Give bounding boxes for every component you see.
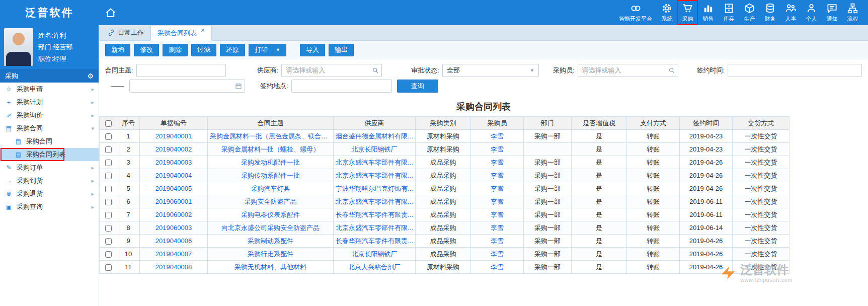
cell-link[interactable]: 北京永盛汽车零部件有限... <box>336 172 413 179</box>
cell-link[interactable]: 2019040007 <box>155 250 192 258</box>
column-header[interactable]: 序号 <box>117 117 140 130</box>
restore-button[interactable]: 还原 <box>220 44 245 56</box>
cell-link[interactable]: 北京永盛汽车零部件有限... <box>336 224 413 232</box>
sign-time-input[interactable] <box>728 64 862 77</box>
column-header[interactable]: 单据编号 <box>140 117 208 130</box>
cell-link[interactable]: 2019040003 <box>155 159 192 166</box>
cell-link[interactable]: 采购发动机配件一批 <box>241 159 300 166</box>
row-checkbox[interactable] <box>105 251 112 258</box>
cell-link[interactable]: 采购传动系配件一批 <box>241 172 300 179</box>
row-checkbox[interactable] <box>105 212 112 218</box>
module-inventory[interactable]: 库存 <box>719 0 739 25</box>
column-header[interactable]: 支付方式 <box>627 117 680 130</box>
export-button[interactable]: 输出 <box>329 44 354 56</box>
row-checkbox[interactable] <box>105 173 112 179</box>
cell-link[interactable]: 李雪 <box>491 159 504 166</box>
cell-link[interactable]: 2019040005 <box>155 185 192 192</box>
query-button[interactable]: 查询 <box>397 80 438 93</box>
cell-link[interactable]: 采购无机材料、其他材料 <box>234 263 306 271</box>
module-purchase[interactable]: 采购 <box>677 0 698 25</box>
sidebar-item-purchase-arrival[interactable]: →采购到货▸ <box>0 174 99 187</box>
module-notice[interactable]: 通知 <box>822 0 842 25</box>
cell-link[interactable]: 北京大兴粘合剂厂 <box>348 263 401 271</box>
cell-link[interactable]: 李雪 <box>491 198 504 205</box>
cell-link[interactable]: 宁波华翔哈尔巴克灯饰有... <box>336 185 413 192</box>
cell-link[interactable]: 采购金属材料一批（螺栓、螺母） <box>221 145 320 153</box>
module-hr[interactable]: 人事 <box>780 0 801 25</box>
module-sales[interactable]: 销售 <box>698 0 719 25</box>
cell-link[interactable]: 北京长阳钢铁厂 <box>352 250 398 258</box>
edit-button[interactable]: 修改 <box>134 44 159 56</box>
cell-link[interactable]: 采购制动系配件 <box>248 237 293 245</box>
cell-link[interactable]: 李雪 <box>491 172 504 179</box>
column-header[interactable]: 供应商 <box>334 117 416 130</box>
cell-link[interactable]: 2019040001 <box>155 132 192 140</box>
cell-link[interactable]: 采购行走系配件 <box>248 250 293 258</box>
column-header[interactable]: 部门 <box>524 117 572 130</box>
cell-link[interactable]: 2019040002 <box>155 145 192 153</box>
module-production[interactable]: 生产 <box>739 0 760 25</box>
cell-link[interactable]: 采购金属材料一批（黑色金属条、镁合金） <box>210 132 334 140</box>
sidebar-item-purchase-inquiry[interactable]: ⇗采购询价▸ <box>0 109 99 122</box>
row-checkbox[interactable] <box>105 225 112 232</box>
sidebar-item-purchase-return[interactable]: ⊗采购退货▸ <box>0 187 99 200</box>
delete-button[interactable]: 删除 <box>163 44 188 56</box>
sidebar-item-purchase-contract-list[interactable]: ▤采购合同列表 <box>0 148 99 161</box>
cell-link[interactable]: 李雪 <box>491 132 504 140</box>
row-checkbox[interactable] <box>105 146 112 153</box>
cell-link[interactable]: 2019060002 <box>155 211 192 218</box>
import-button[interactable]: 导入 <box>300 44 325 56</box>
add-button[interactable]: 新增 <box>105 44 130 56</box>
cell-link[interactable]: 2019040008 <box>155 263 192 271</box>
column-header[interactable]: 交货方式 <box>733 117 790 130</box>
home-button[interactable] <box>99 0 122 25</box>
module-flow[interactable]: 流程 <box>842 0 863 25</box>
row-checkbox[interactable] <box>105 199 112 205</box>
row-checkbox[interactable] <box>105 186 112 192</box>
cell-link[interactable]: 长春华翔汽车零件有限责... <box>336 237 413 245</box>
cell-link[interactable]: 李雪 <box>491 250 504 258</box>
supplier-input[interactable] <box>281 64 382 77</box>
cell-link[interactable]: 李雪 <box>491 145 504 153</box>
cell-link[interactable]: 采购电器仪表系配件 <box>241 211 300 218</box>
buyer-input[interactable] <box>578 64 678 77</box>
module-system[interactable]: 系统 <box>657 0 677 25</box>
cell-link[interactable]: 北京永盛汽车零部件有限... <box>336 198 413 205</box>
tab-purchase-contract-list[interactable]: 采购合同列表× <box>150 26 212 41</box>
contract-subject-input[interactable] <box>136 64 226 77</box>
module-finance[interactable]: 财务 <box>760 0 780 25</box>
cell-link[interactable]: 李雪 <box>491 185 504 192</box>
cell-link[interactable]: 2019040006 <box>155 237 192 245</box>
filter-button[interactable]: 过滤 <box>191 44 216 56</box>
close-icon[interactable]: × <box>201 26 205 34</box>
cell-link[interactable]: 采购汽车灯具 <box>251 185 290 192</box>
sidebar-item-purchase-query[interactable]: ▣采购查询▸ <box>0 200 99 213</box>
cell-link[interactable]: 北京长阳钢铁厂 <box>352 145 398 153</box>
column-header[interactable]: 采购类别 <box>416 117 471 130</box>
module-dev[interactable]: 智能开发平台 <box>614 0 657 25</box>
cell-link[interactable]: 北京永盛汽车零部件有限... <box>336 159 413 166</box>
cell-link[interactable]: 2019040004 <box>155 172 192 179</box>
cell-link[interactable]: 李雪 <box>491 224 504 232</box>
column-header[interactable]: 签约时间 <box>680 117 733 130</box>
gear-icon[interactable]: ⚙ <box>87 72 94 80</box>
print-button[interactable]: 打印▼ <box>249 44 286 56</box>
sign-location-input[interactable] <box>291 80 392 93</box>
tab-daily-work[interactable]: 日常工作 <box>101 25 150 40</box>
sidebar-item-purchase-order[interactable]: ✎采购订单▸ <box>0 161 99 174</box>
cell-link[interactable]: 2019060003 <box>155 224 192 232</box>
select-all-checkbox[interactable] <box>105 120 112 127</box>
column-header[interactable]: 采购员 <box>471 117 524 130</box>
module-personal[interactable]: 个人 <box>801 0 822 25</box>
column-header[interactable]: 合同主题 <box>208 117 334 130</box>
sign-date-input[interactable] <box>129 80 245 93</box>
sidebar-item-purchase-request[interactable]: ☆采购申请▸ <box>0 83 99 96</box>
cell-link[interactable]: 向北京永盛公司采购安全防盗产品 <box>221 224 320 232</box>
cell-link[interactable]: 2019060001 <box>155 198 192 205</box>
row-checkbox[interactable] <box>105 238 112 245</box>
column-header[interactable]: 是否增值税 <box>572 117 627 130</box>
row-checkbox[interactable] <box>105 133 112 140</box>
cell-link[interactable]: 长春华翔汽车零件有限责... <box>336 211 413 218</box>
row-checkbox[interactable] <box>105 160 112 166</box>
approval-status-select[interactable]: 全部 ▼ <box>442 64 539 77</box>
